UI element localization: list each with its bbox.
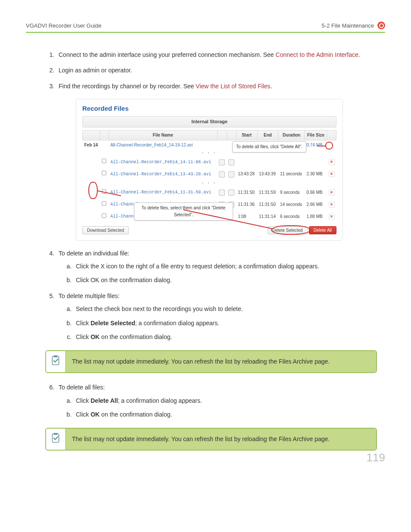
cell-dur: 9 seconds — [278, 187, 305, 199]
step-5c-pre: Click — [76, 333, 90, 340]
table-row: All-Channel-Recorder_Feb14_11-31-50.avi … — [83, 187, 336, 199]
delete-row-icon[interactable]: × — [329, 202, 335, 208]
delete-row-icon[interactable]: × — [329, 171, 335, 177]
cell-size: 2.66 MB — [305, 199, 327, 211]
page-header: VGADVI Recorder User Guide 5-2 File Main… — [26, 22, 385, 33]
step-3: Find the recordings by channel or by rec… — [56, 81, 385, 241]
col-size: File Size — [305, 130, 327, 140]
cell-end: 11:31:50 — [257, 199, 278, 211]
cell-start: 13:43:28 — [236, 168, 257, 180]
step-list-2: To delete all files: Click Delete All; a… — [26, 383, 385, 419]
step-5b-pre: Click — [76, 320, 90, 327]
step-1-text: Connect to the admin interface using you… — [59, 51, 276, 58]
cell-dur: 11 seconds — [278, 168, 305, 180]
step-4b: Click OK on the confirmation dialog. — [73, 275, 385, 285]
download-icon[interactable] — [228, 190, 234, 196]
cell-dur: 6 seconds — [278, 211, 305, 223]
note-text: The list may not update immediately. You… — [65, 429, 376, 450]
download-icon[interactable] — [228, 171, 234, 177]
step-1: Connect to the admin interface using you… — [56, 50, 385, 59]
cell-end: 11:31:14 — [257, 211, 278, 223]
cell-size: 2.30 MB — [305, 168, 327, 180]
step-3-text: Find the recordings by channel or by rec… — [59, 83, 196, 90]
link-view-list[interactable]: View the List of Stored Files — [196, 83, 270, 90]
step-5: To delete multiple files: Select the che… — [56, 291, 385, 342]
step-5b: Click Delete Selected; a confirmation di… — [73, 318, 385, 328]
col-end: End — [257, 130, 278, 140]
step-5c-bold: OK — [90, 333, 100, 340]
step-6b-bold: OK — [90, 411, 100, 418]
step-6b-pre: Click — [76, 411, 90, 418]
step-4a: Click the X icon to the right of a file … — [73, 261, 385, 271]
step-2: Login as admin or operator. — [56, 65, 385, 75]
link-connect-admin[interactable]: Connect to the Admin Interface — [276, 51, 358, 58]
storage-header: Internal Storage — [82, 116, 336, 128]
date-label: Feb 14 — [83, 140, 100, 150]
note-box: The list may not update immediately. You… — [45, 350, 377, 373]
note-box: The list may not update immediately. You… — [45, 428, 377, 451]
download-selected-button[interactable]: Download Selected — [82, 226, 129, 234]
step-6a-pre: Click — [76, 397, 90, 404]
file-name[interactable]: All-Channel-Recorder_Feb14_14-19-12.avi — [109, 140, 217, 150]
step-5b-bold: Delete Selected — [90, 320, 135, 327]
row-checkbox[interactable] — [102, 159, 106, 163]
col-duration: Duration — [278, 130, 305, 140]
step-list: Connect to the admin interface using you… — [26, 50, 385, 342]
step-6a-post: ; a confirmation dialog appears. — [118, 397, 202, 404]
delete-selected-button[interactable]: Delete Selected — [268, 226, 308, 234]
step-4-text: To delete an individual file: — [59, 250, 129, 257]
step-6-text: To delete all files: — [59, 384, 105, 391]
table-row: All-Channel-Recorder_Feb14_13-43-28.avi … — [83, 168, 336, 180]
cell-start: 1:08 — [236, 211, 257, 223]
step-5c-post: on the confirmation dialog. — [100, 333, 172, 340]
file-name[interactable]: All-Channel-Recorder_Feb14_11-31-50.avi — [110, 190, 211, 195]
step-5c: Click OK on the confirmation dialog. — [73, 332, 385, 342]
svg-rect-3 — [54, 433, 58, 435]
edit-icon[interactable] — [219, 171, 225, 177]
header-left: VGADVI Recorder User Guide — [26, 22, 102, 29]
download-icon[interactable] — [228, 159, 234, 165]
delete-all-button[interactable]: Delete All — [309, 226, 336, 234]
step-3-post: . — [271, 83, 272, 90]
cell-size: 0.66 MB — [305, 187, 327, 199]
row-checkbox[interactable] — [102, 171, 106, 175]
cell-end: 11:31:59 — [257, 187, 278, 199]
header-right: 5-2 File Maintenance — [322, 22, 374, 29]
cell-start: 11:31:36 — [236, 199, 257, 211]
table-row: All-Channel-Recorder_Feb14_14-11-06.avi … — [83, 156, 336, 168]
edit-icon[interactable] — [219, 190, 225, 196]
step-4: To delete an individual file: Click the … — [56, 249, 385, 285]
file-name[interactable]: All-Channel-Recorder_Feb14_14-11-06.avi — [110, 160, 211, 165]
step-5-text: To delete multiple files: — [59, 292, 120, 299]
delete-row-icon[interactable]: × — [329, 214, 335, 220]
callout-delete-selected: To delete files, select them and click "… — [134, 202, 233, 221]
screenshot-recorded-files: Recorded Files Internal Storage File Nam… — [76, 99, 343, 240]
cell-size: 1.88 MB — [305, 211, 327, 223]
page-number: 119 — [367, 451, 385, 464]
svg-rect-1 — [54, 355, 58, 357]
brand-dot-icon — [377, 22, 385, 29]
delete-row-icon[interactable]: × — [329, 190, 335, 196]
cell-start: 11:31:50 — [236, 187, 257, 199]
step-6b: Click OK on the confirmation dialog. — [73, 410, 385, 419]
row-checkbox[interactable] — [102, 189, 106, 193]
step-6a-bold: Delete All — [90, 397, 118, 404]
row-checkbox[interactable] — [102, 213, 106, 218]
note-text: The list may not update immediately. You… — [65, 351, 376, 372]
cell-dur: 14 seconds — [278, 199, 305, 211]
step-6a: Click Delete All; a confirmation dialog … — [73, 396, 385, 405]
clipboard-check-icon — [50, 355, 61, 367]
shot-title: Recorded Files — [82, 103, 336, 114]
clipboard-check-icon — [50, 432, 61, 444]
row-separator: • • • — [83, 180, 336, 186]
delete-row-icon[interactable]: × — [329, 159, 335, 165]
step-5a: Select the check box next to the recordi… — [73, 304, 385, 314]
cell-end: 13:43:39 — [257, 168, 278, 180]
col-file: File Name — [109, 130, 217, 140]
step-6b-post: on the confirmation dialog. — [100, 411, 172, 418]
row-checkbox[interactable] — [102, 201, 106, 205]
col-start: Start — [236, 130, 257, 140]
edit-icon[interactable] — [219, 159, 225, 165]
file-name[interactable]: All-Channel-Recorder_Feb14_13-43-28.avi — [110, 172, 211, 177]
step-1-post: . — [358, 51, 360, 58]
